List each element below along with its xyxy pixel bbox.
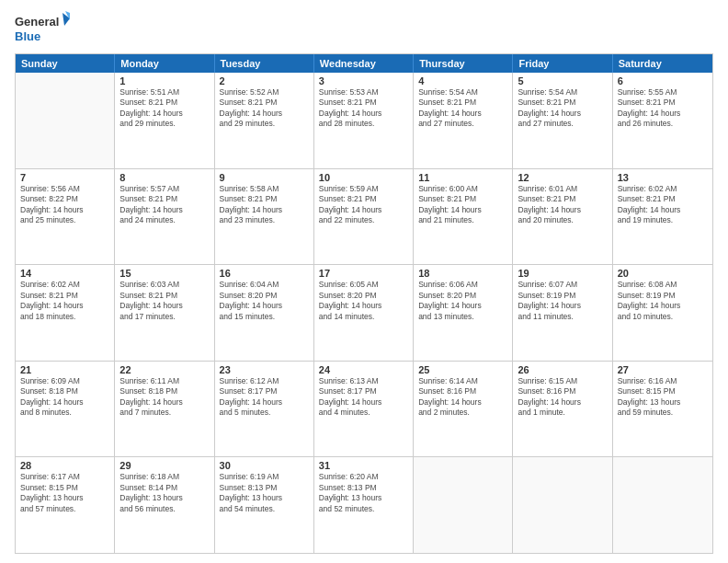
- day-cell-1: 1Sunrise: 5:51 AMSunset: 8:21 PMDaylight…: [115, 73, 214, 168]
- day-info: Sunrise: 6:09 AMSunset: 8:18 PMDaylight:…: [20, 376, 109, 419]
- header-day-tuesday: Tuesday: [215, 54, 314, 73]
- day-cell-2: 2Sunrise: 5:52 AMSunset: 8:21 PMDaylight…: [215, 73, 314, 168]
- day-cell-26: 26Sunrise: 6:15 AMSunset: 8:16 PMDayligh…: [513, 362, 612, 457]
- day-info: Sunrise: 5:57 AMSunset: 8:21 PMDaylight:…: [119, 184, 209, 226]
- day-info: Sunrise: 6:17 AMSunset: 8:15 PMDaylight:…: [20, 472, 109, 514]
- logo-svg: General Blue: [15, 11, 70, 48]
- day-info: Sunrise: 6:03 AMSunset: 8:21 PMDaylight:…: [119, 280, 209, 322]
- day-cell-17: 17Sunrise: 6:05 AMSunset: 8:20 PMDayligh…: [314, 265, 414, 361]
- day-info: Sunrise: 5:59 AMSunset: 8:21 PMDaylight:…: [319, 184, 408, 226]
- day-number: 13: [618, 172, 708, 183]
- day-number: 26: [518, 364, 607, 375]
- day-info: Sunrise: 6:15 AMSunset: 8:16 PMDaylight:…: [518, 376, 607, 419]
- day-info: Sunrise: 6:04 AMSunset: 8:20 PMDaylight:…: [220, 280, 309, 322]
- day-cell-23: 23Sunrise: 6:12 AMSunset: 8:17 PMDayligh…: [215, 362, 314, 457]
- day-number: 27: [618, 364, 708, 375]
- header-day-wednesday: Wednesday: [314, 54, 414, 73]
- day-cell-25: 25Sunrise: 6:14 AMSunset: 8:16 PMDayligh…: [414, 362, 513, 457]
- day-cell-empty: [16, 73, 115, 168]
- day-info: Sunrise: 6:07 AMSunset: 8:19 PMDaylight:…: [518, 280, 607, 322]
- day-info: Sunrise: 6:01 AMSunset: 8:21 PMDaylight:…: [518, 184, 607, 226]
- day-cell-22: 22Sunrise: 6:11 AMSunset: 8:18 PMDayligh…: [115, 362, 214, 457]
- day-number: 17: [319, 268, 408, 279]
- day-cell-3: 3Sunrise: 5:53 AMSunset: 8:21 PMDaylight…: [314, 73, 414, 168]
- header-day-monday: Monday: [115, 54, 214, 73]
- day-info: Sunrise: 5:58 AMSunset: 8:21 PMDaylight:…: [220, 184, 309, 226]
- day-number: 5: [518, 75, 607, 86]
- day-number: 14: [20, 268, 109, 279]
- day-number: 31: [319, 460, 408, 471]
- day-cell-15: 15Sunrise: 6:03 AMSunset: 8:21 PMDayligh…: [115, 265, 214, 361]
- day-info: Sunrise: 6:20 AMSunset: 8:13 PMDaylight:…: [319, 472, 408, 514]
- day-cell-18: 18Sunrise: 6:06 AMSunset: 8:20 PMDayligh…: [414, 265, 513, 361]
- header-day-saturday: Saturday: [613, 54, 712, 73]
- day-info: Sunrise: 6:12 AMSunset: 8:17 PMDaylight:…: [220, 376, 309, 419]
- calendar-header: SundayMondayTuesdayWednesdayThursdayFrid…: [16, 54, 712, 73]
- day-info: Sunrise: 5:56 AMSunset: 8:22 PMDaylight:…: [20, 184, 109, 226]
- svg-text:General: General: [15, 15, 59, 29]
- day-cell-14: 14Sunrise: 6:02 AMSunset: 8:21 PMDayligh…: [16, 265, 115, 361]
- day-number: 11: [418, 172, 507, 183]
- day-cell-4: 4Sunrise: 5:54 AMSunset: 8:21 PMDaylight…: [414, 73, 513, 168]
- day-cell-28: 28Sunrise: 6:17 AMSunset: 8:15 PMDayligh…: [16, 457, 115, 553]
- day-number: 15: [119, 268, 209, 279]
- day-cell-20: 20Sunrise: 6:08 AMSunset: 8:19 PMDayligh…: [613, 265, 712, 361]
- svg-text:Blue: Blue: [15, 29, 40, 43]
- day-number: 21: [20, 364, 109, 375]
- page: General Blue SundayMondayTuesdayWednesda…: [0, 0, 728, 563]
- day-cell-30: 30Sunrise: 6:19 AMSunset: 8:13 PMDayligh…: [215, 457, 314, 553]
- day-info: Sunrise: 6:14 AMSunset: 8:16 PMDaylight:…: [418, 376, 507, 419]
- day-info: Sunrise: 6:13 AMSunset: 8:17 PMDaylight:…: [319, 376, 408, 419]
- day-cell-13: 13Sunrise: 6:02 AMSunset: 8:21 PMDayligh…: [613, 169, 712, 265]
- day-number: 10: [319, 172, 408, 183]
- calendar: SundayMondayTuesdayWednesdayThursdayFrid…: [15, 53, 713, 554]
- calendar-body: 1Sunrise: 5:51 AMSunset: 8:21 PMDaylight…: [16, 73, 712, 553]
- header-day-friday: Friday: [513, 54, 612, 73]
- day-info: Sunrise: 5:54 AMSunset: 8:21 PMDaylight:…: [518, 87, 607, 130]
- day-info: Sunrise: 5:51 AMSunset: 8:21 PMDaylight:…: [119, 87, 209, 130]
- day-number: 8: [119, 172, 209, 183]
- day-info: Sunrise: 6:11 AMSunset: 8:18 PMDaylight:…: [119, 376, 209, 419]
- day-cell-16: 16Sunrise: 6:04 AMSunset: 8:20 PMDayligh…: [215, 265, 314, 361]
- day-cell-24: 24Sunrise: 6:13 AMSunset: 8:17 PMDayligh…: [314, 362, 414, 457]
- day-info: Sunrise: 5:52 AMSunset: 8:21 PMDaylight:…: [220, 87, 309, 130]
- day-cell-27: 27Sunrise: 6:16 AMSunset: 8:15 PMDayligh…: [613, 362, 712, 457]
- day-cell-9: 9Sunrise: 5:58 AMSunset: 8:21 PMDaylight…: [215, 169, 314, 265]
- day-number: 30: [220, 460, 309, 471]
- logo: General Blue: [15, 11, 70, 48]
- day-number: 28: [20, 460, 109, 471]
- day-number: 3: [319, 75, 408, 86]
- header: General Blue: [15, 11, 713, 48]
- day-number: 7: [20, 172, 109, 183]
- day-number: 16: [220, 268, 309, 279]
- day-info: Sunrise: 6:00 AMSunset: 8:21 PMDaylight:…: [418, 184, 507, 226]
- day-info: Sunrise: 6:05 AMSunset: 8:20 PMDaylight:…: [319, 280, 408, 322]
- day-info: Sunrise: 6:02 AMSunset: 8:21 PMDaylight:…: [20, 280, 109, 322]
- day-info: Sunrise: 6:06 AMSunset: 8:20 PMDaylight:…: [418, 280, 507, 322]
- day-info: Sunrise: 6:19 AMSunset: 8:13 PMDaylight:…: [220, 472, 309, 514]
- day-info: Sunrise: 6:18 AMSunset: 8:14 PMDaylight:…: [119, 472, 209, 514]
- day-info: Sunrise: 5:55 AMSunset: 8:21 PMDaylight:…: [618, 87, 708, 130]
- day-number: 24: [319, 364, 408, 375]
- day-number: 12: [518, 172, 607, 183]
- day-number: 25: [418, 364, 507, 375]
- day-info: Sunrise: 5:54 AMSunset: 8:21 PMDaylight:…: [418, 87, 507, 130]
- day-cell-12: 12Sunrise: 6:01 AMSunset: 8:21 PMDayligh…: [513, 169, 612, 265]
- day-number: 20: [618, 268, 708, 279]
- day-cell-8: 8Sunrise: 5:57 AMSunset: 8:21 PMDaylight…: [115, 169, 214, 265]
- calendar-week-2: 7Sunrise: 5:56 AMSunset: 8:22 PMDaylight…: [16, 169, 712, 266]
- day-number: 19: [518, 268, 607, 279]
- calendar-week-3: 14Sunrise: 6:02 AMSunset: 8:21 PMDayligh…: [16, 265, 712, 362]
- calendar-week-1: 1Sunrise: 5:51 AMSunset: 8:21 PMDaylight…: [16, 73, 712, 169]
- day-cell-empty: [513, 457, 612, 553]
- day-number: 22: [119, 364, 209, 375]
- day-cell-5: 5Sunrise: 5:54 AMSunset: 8:21 PMDaylight…: [513, 73, 612, 168]
- day-number: 2: [220, 75, 309, 86]
- day-number: 18: [418, 268, 507, 279]
- day-cell-11: 11Sunrise: 6:00 AMSunset: 8:21 PMDayligh…: [414, 169, 513, 265]
- day-number: 4: [418, 75, 507, 86]
- calendar-week-4: 21Sunrise: 6:09 AMSunset: 8:18 PMDayligh…: [16, 362, 712, 458]
- day-info: Sunrise: 5:53 AMSunset: 8:21 PMDaylight:…: [319, 87, 408, 130]
- day-cell-6: 6Sunrise: 5:55 AMSunset: 8:21 PMDaylight…: [613, 73, 712, 168]
- day-cell-21: 21Sunrise: 6:09 AMSunset: 8:18 PMDayligh…: [16, 362, 115, 457]
